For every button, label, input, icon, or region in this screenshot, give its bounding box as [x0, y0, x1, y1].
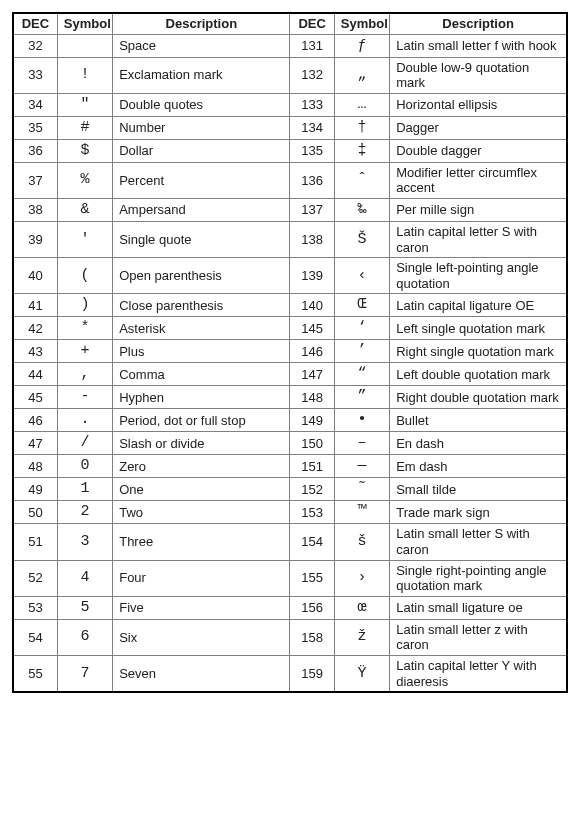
cell-dec: 34	[13, 93, 57, 116]
ascii-table-body: 32 Space131ƒLatin small letter f with ho…	[13, 34, 567, 692]
cell-symbol: 0	[57, 455, 112, 478]
cell-dec: 35	[13, 116, 57, 139]
table-row: 42*Asterisk145‘Left single quotation mar…	[13, 317, 567, 340]
cell-symbol: 2	[57, 501, 112, 524]
cell-symbol: "	[57, 93, 112, 116]
cell-description: Latin small letter S with caron	[390, 524, 567, 560]
cell-symbol: ƒ	[334, 34, 389, 57]
cell-description: Three	[113, 524, 290, 560]
cell-symbol: š	[334, 524, 389, 560]
table-row: 36$Dollar135‡Double dagger	[13, 139, 567, 162]
table-row: 502Two153™Trade mark sign	[13, 501, 567, 524]
cell-dec: 147	[290, 363, 334, 386]
cell-description: Comma	[113, 363, 290, 386]
cell-symbol: .	[57, 409, 112, 432]
cell-description: Ampersand	[113, 198, 290, 221]
cell-symbol: ,	[57, 363, 112, 386]
cell-dec: 44	[13, 363, 57, 386]
cell-symbol: #	[57, 116, 112, 139]
cell-symbol: *	[57, 317, 112, 340]
cell-symbol: ‡	[334, 139, 389, 162]
cell-description: Double quotes	[113, 93, 290, 116]
cell-symbol: œ	[334, 596, 389, 619]
table-row: 45-Hyphen148”Right double quotation mark	[13, 386, 567, 409]
cell-description: Per mille sign	[390, 198, 567, 221]
cell-symbol: )	[57, 294, 112, 317]
cell-dec: 136	[290, 162, 334, 198]
cell-description: Latin capital letter Y with diaeresis	[390, 655, 567, 692]
ascii-table-head: DEC Symbol Description DEC Symbol Descri…	[13, 13, 567, 34]
cell-dec: 39	[13, 221, 57, 257]
cell-dec: 139	[290, 258, 334, 294]
cell-symbol: “	[334, 363, 389, 386]
cell-symbol: …	[334, 93, 389, 116]
cell-description: Hyphen	[113, 386, 290, 409]
cell-dec: 159	[290, 655, 334, 692]
table-row: 44,Comma147“Left double quotation mark	[13, 363, 567, 386]
cell-description: Single left-pointing angle quotation	[390, 258, 567, 294]
cell-symbol: +	[57, 340, 112, 363]
cell-description: Zero	[113, 455, 290, 478]
cell-symbol: %	[57, 162, 112, 198]
cell-dec: 48	[13, 455, 57, 478]
cell-symbol: 4	[57, 560, 112, 596]
header-symbol-right: Symbol	[334, 13, 389, 34]
cell-description: Percent	[113, 162, 290, 198]
cell-description: Em dash	[390, 455, 567, 478]
cell-dec: 158	[290, 619, 334, 655]
table-row: 43+Plus146’Right single quotation mark	[13, 340, 567, 363]
cell-dec: 42	[13, 317, 57, 340]
cell-dec: 133	[290, 93, 334, 116]
cell-dec: 153	[290, 501, 334, 524]
cell-symbol: -	[57, 386, 112, 409]
cell-dec: 40	[13, 258, 57, 294]
cell-description: Six	[113, 619, 290, 655]
table-row: 41)Close parenthesis140ŒLatin capital li…	[13, 294, 567, 317]
cell-symbol: ‹	[334, 258, 389, 294]
cell-dec: 52	[13, 560, 57, 596]
cell-description: Modifier letter circumflex accent	[390, 162, 567, 198]
header-desc-right: Description	[390, 13, 567, 34]
cell-dec: 41	[13, 294, 57, 317]
cell-description: Left single quotation mark	[390, 317, 567, 340]
cell-dec: 46	[13, 409, 57, 432]
table-row: 46.Period, dot or full stop149•Bullet	[13, 409, 567, 432]
cell-symbol: 7	[57, 655, 112, 692]
cell-dec: 151	[290, 455, 334, 478]
cell-symbol: (	[57, 258, 112, 294]
header-row: DEC Symbol Description DEC Symbol Descri…	[13, 13, 567, 34]
ascii-table: DEC Symbol Description DEC Symbol Descri…	[12, 12, 568, 693]
cell-description: En dash	[390, 432, 567, 455]
cell-dec: 137	[290, 198, 334, 221]
cell-description: Four	[113, 560, 290, 596]
table-row: 35#Number134†Dagger	[13, 116, 567, 139]
table-row: 34"Double quotes133…Horizontal ellipsis	[13, 93, 567, 116]
cell-description: Dollar	[113, 139, 290, 162]
table-row: 37%Percent136ˆModifier letter circumflex…	[13, 162, 567, 198]
table-row: 546Six158žLatin small letter z with caro…	[13, 619, 567, 655]
cell-description: Single right-pointing angle quotation ma…	[390, 560, 567, 596]
cell-description: Small tilde	[390, 478, 567, 501]
cell-symbol: 1	[57, 478, 112, 501]
cell-symbol: 5	[57, 596, 112, 619]
cell-description: Right single quotation mark	[390, 340, 567, 363]
cell-dec: 156	[290, 596, 334, 619]
cell-symbol: 3	[57, 524, 112, 560]
cell-dec: 154	[290, 524, 334, 560]
cell-description: Latin capital letter S with caron	[390, 221, 567, 257]
cell-symbol: Œ	[334, 294, 389, 317]
cell-symbol: !	[57, 57, 112, 93]
cell-symbol: &	[57, 198, 112, 221]
cell-dec: 45	[13, 386, 57, 409]
cell-dec: 49	[13, 478, 57, 501]
table-row: 524Four155›Single right-pointing angle q…	[13, 560, 567, 596]
table-row: 39'Single quote138ŠLatin capital letter …	[13, 221, 567, 257]
cell-dec: 146	[290, 340, 334, 363]
cell-symbol: ›	[334, 560, 389, 596]
cell-symbol: /	[57, 432, 112, 455]
cell-description: Plus	[113, 340, 290, 363]
cell-description: Latin small ligature oe	[390, 596, 567, 619]
cell-symbol: $	[57, 139, 112, 162]
cell-symbol: †	[334, 116, 389, 139]
cell-dec: 150	[290, 432, 334, 455]
